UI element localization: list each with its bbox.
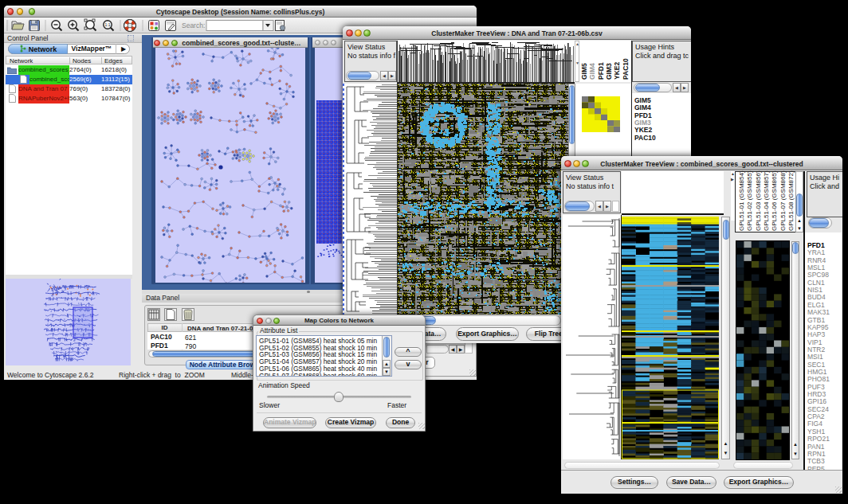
svg-text:Search:: Search: (182, 21, 205, 29)
svg-text:1:1: 1:1 (105, 22, 111, 27)
